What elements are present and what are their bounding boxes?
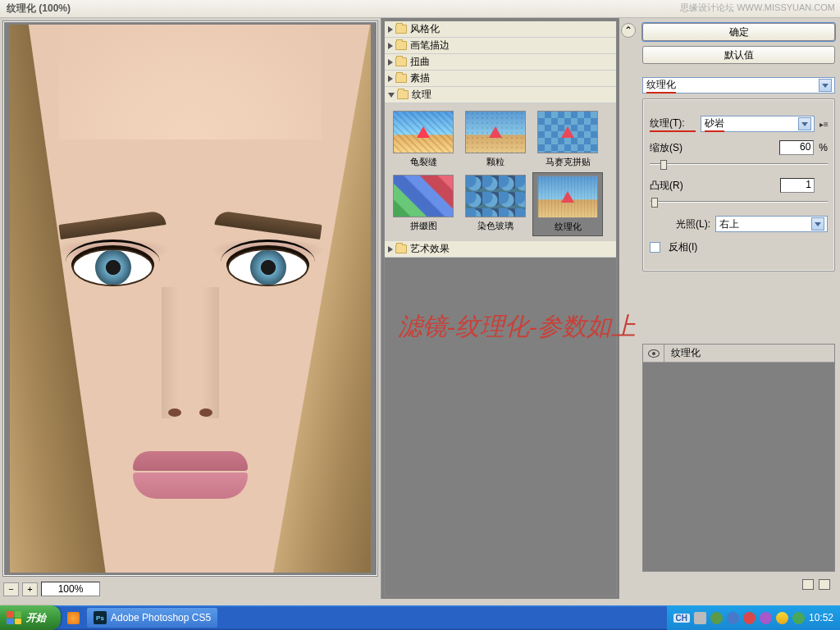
watermark-text: 思缘设计论坛 WWW.MISSYUAN.COM bbox=[680, 2, 835, 14]
folder-icon bbox=[395, 74, 407, 83]
new-effect-button[interactable] bbox=[802, 579, 814, 590]
system-tray: CH 10:52 bbox=[667, 605, 840, 630]
category-distort[interactable]: 扭曲 bbox=[385, 54, 616, 71]
texture-label: 纹理(T): bbox=[650, 116, 696, 132]
thumb-grain[interactable]: 颗粒 bbox=[460, 108, 531, 171]
thumb-stained-glass[interactable]: 染色玻璃 bbox=[460, 172, 531, 236]
taskbar-app-photoshop[interactable]: Ps Adobe Photoshop CS5 bbox=[87, 608, 217, 628]
category-brush[interactable]: 画笔描边 bbox=[385, 38, 616, 54]
flyout-menu-icon[interactable]: ▸≡ bbox=[819, 120, 828, 129]
photoshop-icon: Ps bbox=[94, 611, 107, 624]
thumb-craquelure[interactable]: 龟裂缝 bbox=[388, 108, 459, 171]
tray-icon[interactable] bbox=[743, 612, 756, 624]
thumb-patchwork[interactable]: 拼缀图 bbox=[388, 172, 459, 236]
filter-gallery-column: 风格化 画笔描边 扭曲 素描 纹理 bbox=[381, 18, 619, 599]
filter-categories: 风格化 画笔描边 扭曲 素描 纹理 bbox=[384, 21, 617, 596]
windows-taskbar: 开始 Ps Adobe Photoshop CS5 CH 10:52 bbox=[0, 605, 840, 630]
texture-thumbnails: 龟裂缝 颗粒 马赛克拼贴 拼缀图 染色玻璃 bbox=[385, 103, 616, 241]
parameters-panel: 纹理(T): 砂岩 ▸≡ 缩放(S) 60 % bbox=[642, 98, 835, 272]
window-title: 纹理化 (100%) bbox=[7, 2, 71, 16]
main-area: − + 100% 风格化 画笔描边 扭曲 bbox=[0, 18, 840, 599]
dropdown-arrow-icon bbox=[822, 84, 829, 88]
texture-select[interactable]: 砂岩 bbox=[701, 116, 815, 132]
folder-icon bbox=[395, 57, 407, 66]
language-indicator[interactable]: CH bbox=[673, 614, 690, 623]
collapse-gallery-button[interactable]: ⌃ bbox=[621, 23, 636, 38]
category-sketch[interactable]: 素描 bbox=[385, 71, 616, 87]
invert-checkbox[interactable] bbox=[650, 242, 660, 253]
scale-slider[interactable] bbox=[650, 160, 828, 170]
controls-panel: 确定 默认值 纹理化 纹理(T): 砂岩 ▸≡ bbox=[637, 18, 840, 599]
light-label: 光照(L): bbox=[676, 217, 710, 231]
default-button[interactable]: 默认值 bbox=[642, 46, 835, 64]
preview-column: − + 100% bbox=[0, 18, 381, 599]
expand-icon bbox=[388, 75, 393, 82]
expand-icon bbox=[388, 59, 393, 66]
dropdown-arrow-icon bbox=[801, 122, 808, 126]
category-artistic[interactable]: 艺术效果 bbox=[385, 241, 616, 258]
folder-icon bbox=[397, 90, 409, 99]
delete-effect-button[interactable] bbox=[819, 579, 830, 590]
folder-icon bbox=[395, 25, 407, 34]
quicklaunch-item[interactable] bbox=[62, 608, 84, 628]
filter-select[interactable]: 纹理化 bbox=[642, 77, 835, 94]
scale-input[interactable]: 60 bbox=[779, 140, 814, 155]
tray-icon[interactable] bbox=[727, 612, 739, 624]
expand-icon bbox=[388, 26, 393, 33]
controls-column: ⌃ 确定 默认值 纹理化 纹理(T): 砂岩 bbox=[619, 18, 840, 599]
relief-slider[interactable] bbox=[650, 198, 828, 208]
tray-icon[interactable] bbox=[760, 612, 772, 624]
start-button[interactable]: 开始 bbox=[0, 605, 61, 630]
layers-footer bbox=[642, 577, 835, 591]
light-select[interactable]: 右上 bbox=[715, 216, 828, 232]
relief-input[interactable]: 1 bbox=[780, 178, 815, 193]
ok-button[interactable]: 确定 bbox=[642, 23, 835, 41]
preview-frame[interactable] bbox=[2, 21, 378, 577]
folder-icon bbox=[395, 41, 407, 50]
tray-icon[interactable] bbox=[776, 612, 788, 624]
tray-icon[interactable] bbox=[694, 612, 706, 624]
slider-thumb[interactable] bbox=[660, 160, 667, 170]
scale-label: 缩放(S) bbox=[650, 141, 696, 155]
collapse-icon bbox=[388, 93, 395, 98]
preview-footer: − + 100% bbox=[0, 579, 381, 599]
chevron-icon: ⌃ bbox=[624, 25, 632, 36]
folder-icon bbox=[395, 244, 407, 253]
tray-icon[interactable] bbox=[792, 612, 805, 624]
slider-thumb[interactable] bbox=[651, 198, 658, 208]
relief-label: 凸现(R) bbox=[650, 179, 696, 193]
tray-icon[interactable] bbox=[710, 612, 723, 624]
expand-icon bbox=[388, 43, 393, 49]
app-icon bbox=[67, 612, 80, 624]
thumb-mosaic-tiles[interactable]: 马赛克拼贴 bbox=[532, 108, 603, 171]
effect-layer[interactable]: 纹理化 bbox=[643, 345, 834, 363]
thumb-texturizer[interactable]: 纹理化 bbox=[532, 172, 603, 236]
category-stylize[interactable]: 风格化 bbox=[385, 21, 616, 38]
zoom-in-button[interactable]: + bbox=[22, 582, 38, 596]
preview-image bbox=[10, 25, 371, 573]
category-texture[interactable]: 纹理 bbox=[385, 87, 616, 103]
windows-logo-icon bbox=[7, 611, 21, 624]
filter-select-row: 纹理化 bbox=[642, 77, 835, 94]
zoom-value[interactable]: 100% bbox=[41, 582, 100, 596]
clock[interactable]: 10:52 bbox=[809, 612, 833, 623]
expand-icon bbox=[388, 246, 393, 253]
eye-icon bbox=[648, 349, 660, 358]
effect-layers-panel: 纹理化 bbox=[642, 344, 835, 572]
dropdown-arrow-icon bbox=[815, 222, 821, 226]
annotation-text: 滤镜-纹理化-参数如上 bbox=[398, 310, 636, 344]
visibility-toggle[interactable] bbox=[643, 345, 664, 362]
invert-label: 反相(I) bbox=[669, 240, 697, 254]
zoom-out-button[interactable]: − bbox=[3, 582, 19, 596]
